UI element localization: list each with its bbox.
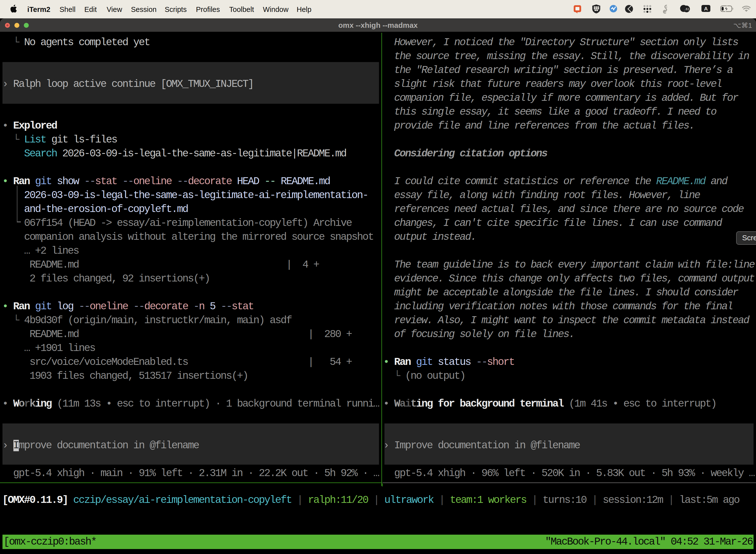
svg-text:..61: ..61 <box>684 7 690 11</box>
svg-text:A: A <box>704 6 708 11</box>
